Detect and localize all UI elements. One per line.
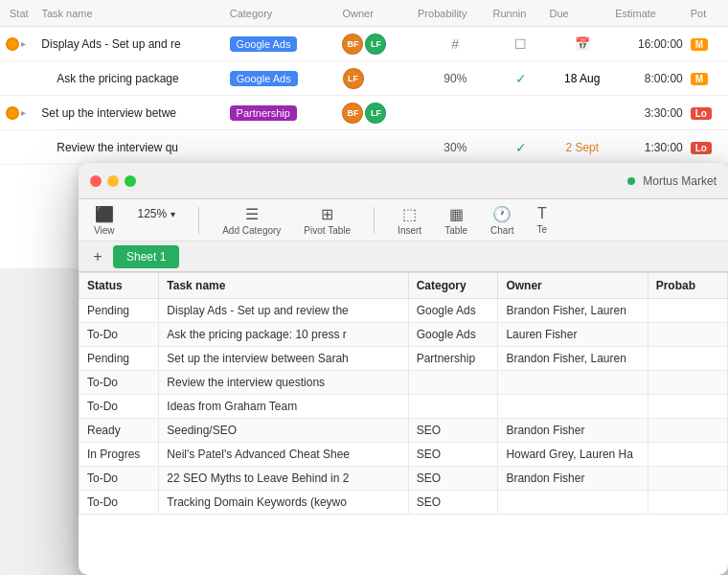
header-taskname: Task name: [41, 8, 229, 19]
category-badge-partnership: Partnership: [230, 105, 297, 121]
sheet-tab-active[interactable]: Sheet 1: [113, 245, 179, 268]
table-cell: SEO: [408, 443, 498, 467]
add-category-icon: ☰: [245, 205, 259, 223]
table-cell: Neil's Patel's Advanced Cheat Shee: [159, 443, 408, 467]
row-pot: M: [691, 37, 728, 51]
toolbar-pivot-table[interactable]: ⊞ Pivot Table: [304, 205, 351, 236]
row-taskname: Set up the interview betwe: [41, 106, 229, 120]
table-cell: [648, 491, 727, 515]
table-cell: SEO: [408, 491, 498, 515]
table-row: To-DoIdeas from Graham Team: [80, 395, 728, 419]
hash-icon: #: [451, 36, 459, 52]
toolbar-text[interactable]: T Te: [536, 205, 547, 235]
calendar-icon: 📅: [575, 36, 590, 51]
row-estimate: 8:00:00: [615, 72, 691, 85]
table-cell: [648, 323, 727, 347]
pivot-table-icon: ⊞: [321, 205, 333, 223]
table-cell: [648, 299, 727, 323]
table-cell: Tracking Domain Keywords (keywo: [159, 491, 408, 515]
table-cell: SEO: [408, 467, 498, 491]
avatar: BF: [342, 34, 363, 55]
table-cell: Brandon Fisher: [498, 419, 648, 443]
table-cell: [408, 395, 498, 419]
table-cell: 22 SEO Myths to Leave Behind in 2: [159, 467, 408, 491]
status-orange-icon: [6, 106, 19, 120]
table-cell: Brandon Fisher: [498, 467, 648, 491]
add-category-label: Add Category: [222, 225, 281, 236]
row-category[interactable]: Google Ads: [230, 36, 343, 52]
header-status: Stat: [0, 8, 41, 19]
toolbar-chart[interactable]: 🕐 Chart: [490, 205, 513, 236]
th-probability: Probab: [648, 273, 727, 299]
spreadsheet-content[interactable]: Status Task name Category Owner Probab P…: [79, 272, 728, 575]
row-owner: BF LF: [342, 103, 418, 124]
row-probability: 90%: [418, 72, 493, 85]
title-bar-right: Mortus Market: [627, 174, 717, 188]
row-category[interactable]: Google Ads: [230, 71, 343, 86]
row-category[interactable]: Partnership: [230, 105, 343, 121]
table-cell: Pending: [80, 347, 159, 371]
th-owner: Owner: [498, 273, 648, 299]
table-cell: [408, 371, 498, 395]
table-label: Table: [444, 225, 467, 236]
toolbar-insert[interactable]: ⬚ Insert: [398, 205, 421, 236]
table-cell: [648, 371, 727, 395]
toolbar-zoom[interactable]: 125% ▾ View: [138, 207, 176, 233]
table-cell: Partnership: [408, 347, 498, 371]
zoom-control[interactable]: 125% ▾: [138, 207, 176, 220]
table-cell: Google Ads: [408, 299, 498, 323]
table-cell: In Progres: [80, 443, 159, 467]
minimize-button[interactable]: [107, 175, 119, 187]
toolbar-separator: [198, 207, 199, 234]
chevron-icon: ▸: [21, 107, 26, 118]
pot-badge: M: [691, 73, 708, 85]
spreadsheet-window: Mortus Market ⬛ View 125% ▾ View ☰ Add C…: [79, 163, 728, 575]
table-row: To-DoTracking Domain Keywords (keywoSEO: [80, 491, 728, 515]
table-cell: Seeding/SEO: [159, 419, 408, 443]
insert-icon: ⬚: [402, 205, 417, 223]
avatar: LF: [343, 68, 364, 89]
row-estimate: 3:30:00: [615, 106, 691, 120]
header-due: Due: [549, 8, 615, 19]
close-button[interactable]: [90, 175, 102, 187]
toolbar-separator: [374, 207, 375, 234]
toolbar-view[interactable]: ⬛ View: [94, 205, 115, 236]
spreadsheet-table: Status Task name Category Owner Probab P…: [79, 272, 728, 515]
th-category: Category: [408, 273, 498, 299]
row-running: ☐: [492, 36, 549, 52]
table-cell: Howard Grey, Lauren Ha: [498, 443, 648, 467]
table-cell: To-Do: [80, 395, 159, 419]
table-cell: To-Do: [80, 491, 159, 515]
zoom-value: 125%: [138, 207, 168, 220]
avatar: LF: [365, 103, 386, 124]
table-row: To-Do22 SEO Myths to Leave Behind in 2SE…: [80, 467, 728, 491]
table-cell: [498, 371, 648, 395]
toolbar-table[interactable]: ▦ Table: [444, 205, 467, 236]
maximize-button[interactable]: [125, 175, 136, 187]
table-cell: Ready: [80, 419, 159, 443]
table-cell: Brandon Fisher, Lauren: [498, 299, 648, 323]
table-cell: [648, 467, 727, 491]
row-due: 2 Sept: [549, 141, 615, 154]
table-cell: To-Do: [80, 323, 159, 347]
table-row: Ask the pricing package Google Ads LF 90…: [0, 61, 728, 96]
chevron-down-icon: ▾: [171, 209, 175, 219]
sheet-tabs: + Sheet 1: [79, 242, 728, 272]
row-estimate: 16:00:00: [615, 37, 691, 51]
task-header: Stat Task name Category Owner Probabilit…: [0, 0, 728, 27]
row-probability: 30%: [418, 141, 493, 154]
chart-label: Chart: [490, 225, 513, 236]
table-cell: Google Ads: [408, 323, 498, 347]
row-running: ✓: [493, 140, 550, 155]
view-icon: ⬛: [95, 205, 114, 223]
table-cell: Display Ads - Set up and review the: [159, 299, 408, 323]
header-pot: Pot: [691, 8, 728, 19]
add-sheet-button[interactable]: +: [88, 247, 107, 266]
table-cell: Ask the pricing package: 10 press r: [159, 323, 408, 347]
table-row: Review the interview qu 30% ✓ 2 Sept 1:3…: [0, 130, 728, 165]
chart-icon: 🕐: [492, 205, 512, 223]
header-running: Runnin: [493, 8, 550, 19]
avatar: LF: [365, 34, 386, 55]
pot-badge: Lo: [691, 107, 712, 120]
toolbar-add-category[interactable]: ☰ Add Category: [222, 205, 281, 236]
